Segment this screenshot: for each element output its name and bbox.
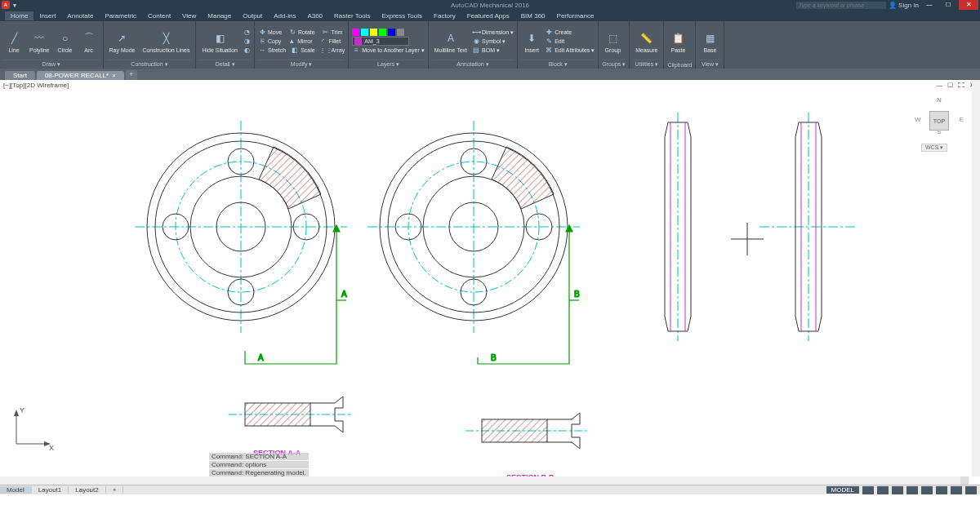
line-button[interactable]: ╱Line xyxy=(3,29,24,54)
symbol-button[interactable]: Symbol xyxy=(482,38,501,44)
tab-factory[interactable]: Factory xyxy=(428,11,461,20)
line-icon: ╱ xyxy=(6,30,22,47)
tab-home[interactable]: Home xyxy=(5,11,33,20)
status-icon[interactable] xyxy=(965,486,977,494)
tab-raster[interactable]: Raster Tools xyxy=(328,11,376,20)
status-icon[interactable] xyxy=(951,486,962,494)
copy-button[interactable]: Copy xyxy=(268,38,281,44)
construction-lines-button[interactable]: ╳Construction Lines xyxy=(140,29,192,54)
trim-button[interactable]: Trim xyxy=(332,29,343,35)
add-layout-button[interactable]: + xyxy=(106,486,124,494)
panel-title[interactable]: Utilities ▾ xyxy=(633,60,660,68)
new-tab-button[interactable]: + xyxy=(126,70,137,80)
move-button[interactable]: Move xyxy=(268,29,282,35)
tab-bim360[interactable]: BIM 360 xyxy=(515,11,551,20)
scrollbar-horizontal[interactable] xyxy=(0,476,969,485)
panel-title[interactable]: View ▾ xyxy=(699,60,720,68)
panel-title[interactable]: Detail ▾ xyxy=(199,60,251,68)
move-layer-button[interactable]: Move to Another Layer xyxy=(362,47,419,53)
tab-performance[interactable]: Performance xyxy=(551,11,600,20)
minimize-button[interactable]: — xyxy=(921,0,938,10)
status-icon[interactable] xyxy=(862,486,874,494)
dimension-button[interactable]: Dimension xyxy=(482,29,509,35)
panel-title[interactable]: Layers ▾ xyxy=(352,60,424,68)
model-badge[interactable]: MODEL xyxy=(826,486,859,494)
array-button[interactable]: Array xyxy=(332,47,345,53)
detail-row[interactable]: ◔ xyxy=(243,29,251,37)
detail-row[interactable]: ◑ xyxy=(243,38,251,46)
tab-parametric[interactable]: Parametric xyxy=(99,11,142,20)
sign-in-link[interactable]: 👤 Sign In xyxy=(889,2,919,9)
panel-title[interactable]: Construction ▾ xyxy=(107,60,193,68)
rotate-button[interactable]: Rotate xyxy=(298,29,315,35)
doc-tab-start[interactable]: Start xyxy=(5,71,35,80)
detail-row[interactable]: ◐ xyxy=(243,47,251,55)
tab-model[interactable]: Model xyxy=(0,486,32,494)
polyline-icon: 〰 xyxy=(31,30,47,47)
tab-content[interactable]: Content xyxy=(142,11,176,20)
scrollbar-vertical[interactable] xyxy=(972,80,980,476)
mirror-button[interactable]: Mirror xyxy=(297,38,312,44)
panel-title[interactable]: Modify ▾ xyxy=(258,60,345,68)
bom-button[interactable]: BOM xyxy=(482,47,495,53)
tab-insert[interactable]: Insert xyxy=(33,11,61,20)
help-search-input[interactable] xyxy=(796,2,886,9)
tab-annotate[interactable]: Annotate xyxy=(61,11,99,20)
fillet-button[interactable]: Fillet xyxy=(328,38,341,44)
svg-rect-37 xyxy=(245,403,310,426)
color-swatch[interactable] xyxy=(370,29,377,36)
hide-situation-button[interactable]: ◧Hide Situation xyxy=(199,29,240,54)
edit-block-button[interactable]: Edit xyxy=(555,38,564,44)
tab-a360[interactable]: A360 xyxy=(301,11,328,20)
status-icon[interactable] xyxy=(877,486,889,494)
close-button[interactable]: ✕ xyxy=(959,0,978,10)
color-swatch[interactable] xyxy=(352,29,359,36)
tab-express[interactable]: Express Tools xyxy=(376,11,428,20)
paste-button[interactable]: 📋Paste xyxy=(667,29,688,54)
panel-title[interactable]: Clipboard xyxy=(667,60,692,68)
panel-title[interactable]: Block ▾ xyxy=(521,60,595,68)
tab-manage[interactable]: Manage xyxy=(202,11,237,20)
measure-button[interactable]: 📏Measure xyxy=(633,29,660,54)
maximize-button[interactable]: ☐ xyxy=(940,0,956,10)
tab-addins[interactable]: Add-ins xyxy=(268,11,301,20)
status-icon[interactable] xyxy=(892,486,903,494)
svg-text:A: A xyxy=(341,290,347,299)
status-icon[interactable] xyxy=(921,486,933,494)
circle-button[interactable]: ○Circle xyxy=(55,29,76,54)
qat-icon[interactable]: ▾ xyxy=(13,2,16,9)
color-swatch[interactable] xyxy=(361,29,368,36)
panel-title[interactable]: Draw ▾ xyxy=(3,60,100,68)
drawing-canvas[interactable]: [−][Top][2D Wireframe] —☐⛶✕ N S E W TOP … xyxy=(0,80,980,494)
status-icon[interactable] xyxy=(936,486,947,494)
mtext-button[interactable]: AMultiline Text xyxy=(432,29,470,54)
trim-icon: ✂ xyxy=(322,29,330,37)
tab-output[interactable]: Output xyxy=(237,11,268,20)
tab-layout1[interactable]: Layout1 xyxy=(32,486,69,494)
base-button[interactable]: ▦Base xyxy=(699,29,720,54)
doc-tab-file[interactable]: 08-POWER RECALL*× xyxy=(37,71,124,80)
arc-button[interactable]: ⌒Arc xyxy=(78,29,100,54)
status-icon[interactable] xyxy=(906,486,918,494)
group-button[interactable]: ⬚Group xyxy=(602,29,623,54)
tab-layout2[interactable]: Layout2 xyxy=(69,486,105,494)
insert-block-button[interactable]: ⬇Insert xyxy=(521,29,542,54)
layer-dropdown[interactable]: AM_3 xyxy=(352,37,409,46)
color-swatch[interactable] xyxy=(397,29,404,36)
ray-mode-button[interactable]: ↗Ray Mode xyxy=(107,29,138,54)
color-swatch[interactable] xyxy=(388,29,395,36)
scale-button[interactable]: Scale xyxy=(301,47,315,53)
arc-icon: ⌒ xyxy=(81,30,97,47)
polyline-button[interactable]: 〰Polyline xyxy=(27,29,52,54)
dimension-icon: ⟷ xyxy=(472,29,480,37)
create-block-button[interactable]: Create xyxy=(555,29,572,35)
edit-attr-button[interactable]: Edit Attributes xyxy=(555,47,590,53)
close-tab-icon[interactable]: × xyxy=(112,72,116,79)
document-tabs: Start 08-POWER RECALL*× + xyxy=(0,69,980,80)
tab-view[interactable]: View xyxy=(176,11,202,20)
stretch-button[interactable]: Stretch xyxy=(268,47,286,53)
tab-featured[interactable]: Featured Apps xyxy=(461,11,515,20)
panel-title[interactable]: Groups ▾ xyxy=(602,60,626,68)
panel-title[interactable]: Annotation ▾ xyxy=(432,60,514,68)
color-swatch[interactable] xyxy=(379,29,386,36)
